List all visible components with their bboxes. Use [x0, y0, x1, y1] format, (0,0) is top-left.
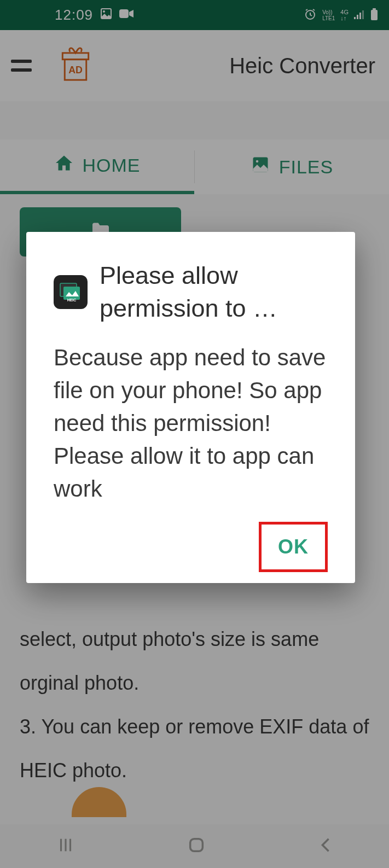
permission-dialog: HEIC Please allow permission to … Becaus… — [26, 232, 355, 583]
dialog-app-icon: HEIC — [54, 275, 88, 309]
svg-text:HEIC: HEIC — [67, 298, 77, 302]
dialog-body: Because app need to save file on your ph… — [54, 341, 328, 505]
ok-button[interactable]: OK — [259, 522, 328, 572]
dialog-title: Please allow permission to … — [100, 259, 328, 325]
